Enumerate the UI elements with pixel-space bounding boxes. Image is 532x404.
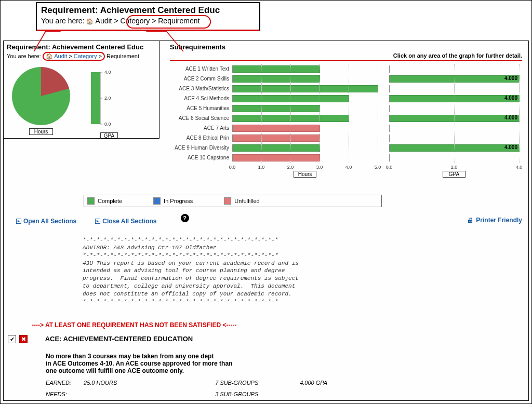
gpa-horizontal-chart[interactable]: 4.0004.0004.0004.0000.02.04.0GPA [387,64,521,188]
bar-label: ACE 1 Written Text [168,66,232,72]
help-icon[interactable]: ? [181,214,189,222]
breadcrumb-audit[interactable]: Audit [96,17,112,25]
expand-toggle[interactable]: ✔ [8,335,16,343]
bar[interactable] [233,75,320,83]
earned-label: EARNED: [46,380,82,386]
bar[interactable] [233,144,320,152]
legend-inprogress: In Progress [153,197,193,205]
breadcrumb: You are here: Audit > Category > Require… [7,52,156,61]
highlight-circle [126,15,211,29]
bar-label: ACE 5 Humanities [168,105,232,111]
earned-subgroups: 7 SUB-GROUPS [215,380,298,386]
requirement-warning: ----> AT LEAST ONE REQUIREMENT HAS NOT B… [32,321,236,329]
page-title: Requirement: Achievement Centered Educ [7,43,156,51]
bar-label: ACE 10 Capstone [168,155,232,160]
bar[interactable] [233,115,349,122]
home-icon[interactable] [86,17,94,25]
bar-label: ACE 4 Sci Methods [168,96,232,101]
subrequirements-hint: Click on any area of the graph for furth… [393,52,522,59]
unmet-icon: ✖ [19,335,28,343]
hours-horizontal-chart[interactable]: ACE 1 Written TextACE 2 Comm SkillsACE 3… [168,64,381,188]
printer-icon [467,217,473,224]
highlight-circle: Audit > Category > [43,52,105,61]
bar-value: 4.000 [504,75,517,81]
legend-complete: Complete [87,197,122,205]
chart-title-hours: Hours [29,128,53,135]
svg-rect-2 [91,72,100,124]
swatch-red [224,197,231,205]
breadcrumb-prefix: You are here: [7,53,41,59]
bar-label: ACE 7 Arts [168,125,232,131]
breadcrumb-audit[interactable]: Audit [54,53,67,59]
requirement-summary-panel: Requirement: Achievement Centered Educ Y… [4,41,159,139]
bar-value: 4.000 [504,115,517,120]
needs-subgroups: 3 SUB-GROUPS [215,391,258,397]
axis-label-gpa: GPA [443,171,466,178]
bar-value: 4.000 [504,144,517,150]
bar-label: ACE 6 Social Science [168,115,232,121]
open-all-link[interactable]: ▸Open All Sections [16,218,76,225]
bar[interactable] [233,65,320,73]
earned-gpa: 4.000 GPA [300,380,327,386]
svg-text:0.0: 0.0 [104,122,111,127]
bar-label: ACE 8 Ethical Prin [168,135,232,141]
needs-label: NEEDS: [46,391,82,397]
advisory-text: *-*-*-*-*-*-*-*-*-*-*-*-*-*-*-*-*-*-*-*-… [83,236,299,306]
bar-label: ACE 3 Math/Statistics [168,86,232,91]
axis-label-hours: Hours [294,171,316,178]
hours-pie-chart[interactable]: Hours [12,67,70,135]
breadcrumb-prefix: You are here: [41,17,85,25]
bar-label: ACE 2 Comm Skills [168,76,232,82]
bar[interactable]: 4.000 [390,95,520,102]
bar[interactable]: 4.000 [390,144,520,152]
bar[interactable] [233,134,320,142]
collapse-icon: ▸ [95,219,100,224]
chart-title-gpa: GPA [100,132,118,139]
app-root: Requirement: Achievement Centered Educ Y… [0,0,532,404]
bar[interactable] [233,105,320,112]
section-title: ACE: ACHIEVEMENT-CENTERED EDUCATION [45,335,193,343]
breadcrumb-category[interactable]: Category [74,53,97,59]
pie-graphic[interactable] [12,67,70,125]
bar[interactable]: 4.000 [390,115,520,122]
expand-icon: ▸ [16,219,21,224]
bar[interactable]: 4.000 [390,75,520,83]
bar[interactable] [233,85,378,92]
bar-label: ACE 9 Human Diversity [168,145,232,151]
highlight-underline [37,30,259,31]
printer-friendly-link[interactable]: Printer Friendly [467,217,522,224]
section-body: No more than 3 courses may be taken from… [46,353,522,397]
bar[interactable] [233,95,349,102]
breadcrumb-requirement: Requirement [107,53,139,59]
breadcrumb-zoom-callout: Requirement: Achievement Centered Educ Y… [36,2,260,31]
swatch-green [87,197,95,205]
swatch-blue [153,197,161,205]
subrequirement-charts: ACE 1 Written TextACE 2 Comm SkillsACE 3… [168,64,522,194]
bar[interactable] [233,154,320,161]
divider [170,60,522,61]
svg-text:2.0: 2.0 [104,96,111,101]
svg-text:4.0: 4.0 [104,70,111,75]
legend-unfulfilled: Unfulfilled [224,197,259,205]
main-panel: Requirement: Achievement Centered Educ Y… [3,41,529,401]
gpa-vertical-chart[interactable]: 4.0 2.0 0.0 GPA [86,67,132,139]
close-all-link[interactable]: ▸Close All Sections [95,218,156,225]
bar[interactable] [233,125,320,132]
page-title: Requirement: Achievement Centered Educ [41,5,255,16]
earned-hours: 25.0 HOURS [84,380,214,386]
home-icon[interactable] [46,53,53,59]
requirement-section: ✔ ✖ ACE: ACHIEVEMENT-CENTERED EDUCATION … [8,335,522,397]
controls-row: ▸Open All Sections ▸Close All Sections ?… [16,217,522,225]
bar-value: 4.000 [504,95,517,101]
legend: Complete In Progress Unfulfilled [84,195,382,207]
